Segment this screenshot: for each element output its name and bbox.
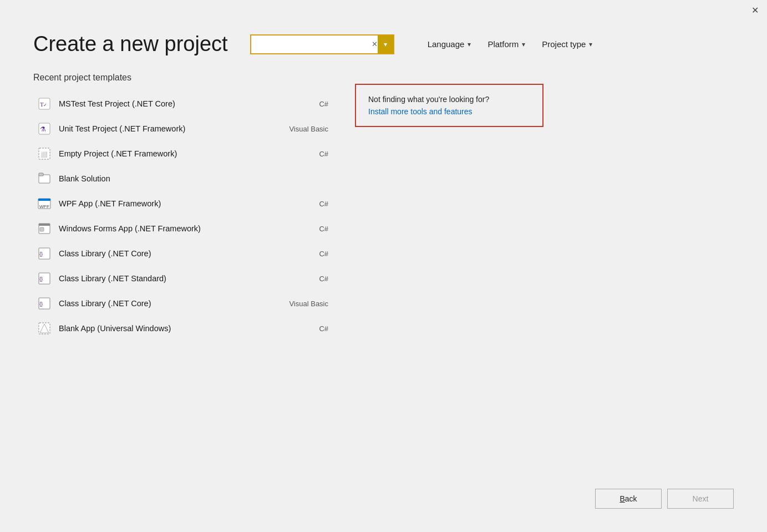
template-icon-winforms [38,222,51,235]
template-name: Class Library (.NET Core) [59,249,278,258]
template-lang: C# [278,250,328,258]
filter-project-type-label: Project type [542,39,586,49]
left-panel: Recent project templates T✓ MSTest Test … [33,73,333,480]
filter-platform-label: Platform [487,39,519,49]
template-name: Blank Solution [59,174,278,183]
back-button[interactable]: Back [595,489,662,509]
template-name: MSTest Test Project (.NET Core) [59,99,278,108]
right-panel: Not finding what you're looking for? Ins… [355,73,734,480]
svg-text:⚗: ⚗ [40,125,46,133]
template-name: Class Library (.NET Standard) [59,274,278,283]
template-lang: C# [278,200,328,208]
chevron-down-icon: ▾ [522,40,525,48]
svg-rect-14 [40,227,44,231]
template-lang: Visual Basic [278,125,328,133]
install-link[interactable]: Install more tools and features [368,107,473,116]
template-item[interactable]: ⚗ Unit Test Project (.NET Framework) Vis… [33,116,333,141]
template-icon-unittest: ⚗ [38,122,51,135]
close-button[interactable]: ✕ [749,4,760,16]
template-list: T✓ MSTest Test Project (.NET Core) C# ⚗ … [33,92,333,341]
template-icon-classlibvb: {} [38,297,51,310]
svg-text:{}: {} [39,301,43,307]
template-name: Windows Forms App (.NET Framework) [59,224,278,233]
template-icon-classlibstd: {} [38,272,51,285]
template-item[interactable]: WPF WPF App (.NET Framework) C# [33,191,333,216]
header-row: Create a new project ✕ ▾ Language ▾ Plat… [33,32,734,56]
template-lang: C# [278,325,328,333]
title-bar: ✕ [0,0,767,16]
window: ✕ Create a new project ✕ ▾ Language ▾ Pl… [0,0,767,532]
template-lang: C# [278,275,328,283]
filter-dropdowns: Language ▾ Platform ▾ Project type ▾ [428,39,593,49]
template-item[interactable]: {} Class Library (.NET Core) C# [33,241,333,266]
template-lang: C# [278,225,328,233]
footer: Back Next [33,480,734,514]
not-finding-text: Not finding what you're looking for? [368,95,489,104]
svg-text:WPF: WPF [39,204,49,209]
chevron-down-icon: ▾ [468,40,471,48]
filter-language-label: Language [428,39,465,49]
svg-rect-8 [39,173,43,176]
filter-platform[interactable]: Platform ▾ [487,39,525,49]
filter-project-type[interactable]: Project type ▾ [542,39,592,49]
search-area: ✕ ▾ [250,34,394,54]
svg-text:{}: {} [39,276,43,282]
template-name: Empty Project (.NET Framework) [59,149,278,158]
section-title: Recent project templates [33,73,333,83]
svg-text:{}: {} [39,251,43,257]
search-clear-button[interactable]: ✕ [372,40,378,48]
main-body: Recent project templates T✓ MSTest Test … [33,73,734,480]
template-item[interactable]: Blank Solution [33,166,333,191]
svg-rect-13 [39,224,50,226]
search-dropdown-button[interactable]: ▾ [378,36,393,53]
template-name: Unit Test Project (.NET Framework) [59,124,278,133]
search-input-wrapper[interactable]: ✕ ▾ [250,34,394,54]
filter-language[interactable]: Language ▾ [428,39,471,49]
svg-text:✓: ✓ [43,103,47,108]
svg-rect-10 [38,199,50,201]
template-item[interactable]: {} Class Library (.NET Standard) C# [33,266,333,291]
template-icon-wpf: WPF [38,197,51,210]
not-finding-box: Not finding what you're looking for? Ins… [355,84,543,127]
template-icon-blank_solution [38,172,51,185]
template-item[interactable]: Blank App (Universal Windows) C# [33,316,333,341]
template-lang: Visual Basic [278,300,328,308]
template-lang: C# [278,150,328,158]
content-area: Create a new project ✕ ▾ Language ▾ Plat… [0,16,767,525]
template-name: WPF App (.NET Framework) [59,199,278,208]
template-item[interactable]: {} Class Library (.NET Core) Visual Basi… [33,291,333,316]
next-button[interactable]: Next [667,489,734,509]
svg-text:⬜: ⬜ [40,151,48,158]
template-name: Blank App (Universal Windows) [59,324,278,333]
template-icon-mstest: T✓ [38,97,51,110]
template-icon-classlibcore: {} [38,247,51,260]
page-title: Create a new project [33,32,228,56]
template-icon-blankapp [38,322,51,335]
template-icon-empty: ⬜ [38,147,51,160]
template-item[interactable]: Windows Forms App (.NET Framework) C# [33,216,333,241]
template-name: Class Library (.NET Core) [59,299,278,308]
template-item[interactable]: ⬜ Empty Project (.NET Framework) C# [33,141,333,166]
template-item[interactable]: T✓ MSTest Test Project (.NET Core) C# [33,92,333,116]
chevron-down-icon: ▾ [589,40,592,48]
template-lang: C# [278,100,328,108]
